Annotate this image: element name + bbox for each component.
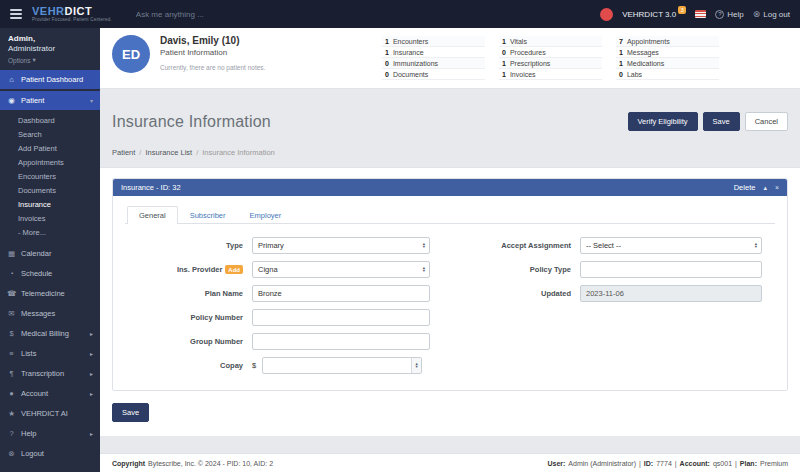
sidebar-item-calendar[interactable]: ▦ Calendar: [0, 243, 100, 263]
insurance-tabs: General Subscriber Employer: [125, 206, 775, 224]
breadcrumb-separator: [139, 148, 141, 157]
policy-number-label: Policy Number: [125, 313, 243, 322]
chevron-right-icon: ▸: [90, 390, 93, 397]
home-icon: ⌂: [7, 75, 16, 84]
stat-encounters: 1Encounters: [382, 36, 485, 47]
patient-note: Currently, there are no patient notes.: [160, 64, 372, 71]
chevron-down-icon: ▾: [32, 56, 35, 64]
save-button-bottom[interactable]: Save: [112, 403, 149, 422]
dollar-prefix: $: [252, 361, 256, 370]
verify-eligibility-button[interactable]: Verify Eligibility: [628, 112, 698, 131]
chevron-right-icon: ▸: [90, 370, 93, 377]
patient-avatar: ED: [112, 35, 150, 73]
body-row: Admin, Administrator Options ▾ ⌂ Patient…: [0, 28, 800, 472]
page-actions: Verify Eligibility Save Cancel: [628, 112, 789, 131]
sidebar-item-schedule[interactable]: ◔ Schedule: [0, 263, 100, 283]
stat-appointments: 7Appointments: [616, 36, 719, 47]
save-button-top[interactable]: Save: [703, 112, 740, 131]
insurance-card-title: Insurance - ID: 32: [121, 183, 181, 192]
sidebar-item-patient-dashboard[interactable]: ⌂ Patient Dashboard: [0, 70, 100, 89]
sidebar-item-insurance[interactable]: Insurance: [0, 197, 100, 211]
patient-subtitle: Patient Information: [160, 48, 372, 57]
search-input[interactable]: [134, 9, 354, 20]
help-icon: ?: [7, 429, 16, 438]
group-number-label: Group Number: [125, 337, 243, 346]
footer-copyright: Copyright Bytescribe, Inc. © 2024 - PID:…: [112, 460, 273, 467]
plan-name-input[interactable]: [252, 285, 430, 302]
sidebar-item-messages[interactable]: ✉ Messages: [0, 303, 100, 323]
sidebar-item-lists[interactable]: ≡ Lists ▸: [0, 343, 100, 363]
breadcrumb-separator: [196, 148, 198, 157]
sidebar-item-patient[interactable]: ◉ Patient ▾: [0, 91, 100, 110]
sidebar: Admin, Administrator Options ▾ ⌂ Patient…: [0, 28, 100, 472]
sidebar-item-search[interactable]: Search: [0, 127, 100, 141]
top-bar: VEHRDICT Provider Focused. Patient Cente…: [0, 0, 800, 28]
patient-icon: ◉: [7, 96, 16, 105]
schedule-icon: ◔: [7, 269, 16, 278]
ins-provider-select[interactable]: Cigna ▴▾: [252, 261, 430, 278]
collapse-icon[interactable]: ▴: [763, 184, 767, 192]
help-label: Help: [727, 10, 743, 19]
copay-label: Copay: [125, 361, 243, 370]
tab-general[interactable]: General: [127, 206, 178, 224]
add-provider-button[interactable]: Add: [225, 265, 243, 274]
version-label[interactable]: VEHRDICT 3.0: [622, 10, 676, 19]
group-number-input[interactable]: [252, 333, 430, 350]
sidebar-item-invoices[interactable]: Invoices: [0, 211, 100, 225]
select-arrows-icon: ▴▾: [423, 267, 425, 272]
logo-part-1: VEHR: [32, 5, 65, 17]
user-avatar[interactable]: [600, 8, 613, 21]
ai-icon: ★: [7, 409, 16, 418]
copay-cell: $ ▴▾: [252, 357, 430, 374]
sidebar-item-medical-billing[interactable]: $ Medical Billing ▸: [0, 323, 100, 343]
app-logo[interactable]: VEHRDICT Provider Focused. Patient Cente…: [32, 6, 112, 23]
spinner-arrows-icon[interactable]: ▴▾: [411, 358, 421, 373]
page-head: Insurance Information Verify Eligibility…: [100, 89, 800, 144]
logout-menu[interactable]: ⊗ Log out: [753, 9, 790, 19]
logout-icon: ⊗: [7, 449, 16, 458]
close-icon[interactable]: ×: [775, 184, 779, 191]
sidebar-item-add-patient[interactable]: Add Patient: [0, 141, 100, 155]
accept-assignment-select[interactable]: -- Select -- ▴▾: [580, 237, 762, 254]
tab-subscriber[interactable]: Subscriber: [178, 206, 238, 224]
sidebar-item-account[interactable]: ● Account ▸: [0, 383, 100, 403]
plan-name-label: Plan Name: [125, 289, 243, 298]
breadcrumb-insurance-list[interactable]: Insurance List: [145, 148, 192, 157]
notification-badge[interactable]: 3: [678, 6, 686, 14]
copay-input[interactable]: [262, 357, 422, 374]
policy-type-input[interactable]: [580, 261, 762, 278]
messages-icon: ✉: [7, 309, 16, 318]
breadcrumb-current: Insurance Information: [202, 148, 275, 157]
sidebar-item-help[interactable]: ? Help ▸: [0, 423, 100, 443]
help-menu[interactable]: ? Help: [715, 10, 743, 19]
select-arrows-icon: ▴▾: [423, 243, 425, 248]
cancel-button[interactable]: Cancel: [745, 112, 788, 131]
sidebar-item-vehrdict-ai[interactable]: ★ VEHRDICT AI: [0, 403, 100, 423]
sidebar-item-more[interactable]: - More...: [0, 225, 100, 239]
sidebar-item-transcription[interactable]: ¶ Transcription ▸: [0, 363, 100, 383]
logo-part-2: DICT: [65, 5, 93, 17]
sidebar-item-telemedicine[interactable]: ☎ Telemedicine: [0, 283, 100, 303]
sidebar-item-dashboard[interactable]: Dashboard: [0, 113, 100, 127]
policy-number-input[interactable]: [252, 309, 430, 326]
type-label: Type: [125, 241, 243, 250]
chevron-right-icon: ▸: [90, 350, 93, 357]
logout-icon: ⊗: [753, 9, 761, 19]
tab-employer[interactable]: Employer: [238, 206, 294, 224]
sidebar-item-encounters[interactable]: Encounters: [0, 169, 100, 183]
stat-immunizations: 0Immunizations: [382, 58, 485, 69]
type-select[interactable]: Primary ▴▾: [252, 237, 430, 254]
insurance-card: Insurance - ID: 32 Delete ▴ × General Su…: [112, 178, 788, 391]
patient-submenu: Dashboard Search Add Patient Appointment…: [0, 111, 100, 243]
help-icon: ?: [715, 10, 724, 19]
delete-button[interactable]: Delete: [734, 183, 756, 192]
sidebar-item-appointments[interactable]: Appointments: [0, 155, 100, 169]
app-window: VEHRDICT Provider Focused. Patient Cente…: [0, 0, 800, 472]
sidebar-item-logout[interactable]: ⊗ Logout: [0, 443, 100, 463]
menu-icon[interactable]: [10, 9, 22, 19]
flag-icon[interactable]: [695, 10, 706, 18]
breadcrumb-patient[interactable]: Patient: [112, 148, 135, 157]
insurance-form: Type Primary ▴▾ Accept Assignment -- Sel…: [125, 237, 775, 374]
sidebar-item-documents[interactable]: Documents: [0, 183, 100, 197]
sidebar-options-toggle[interactable]: Options ▾: [8, 56, 92, 64]
